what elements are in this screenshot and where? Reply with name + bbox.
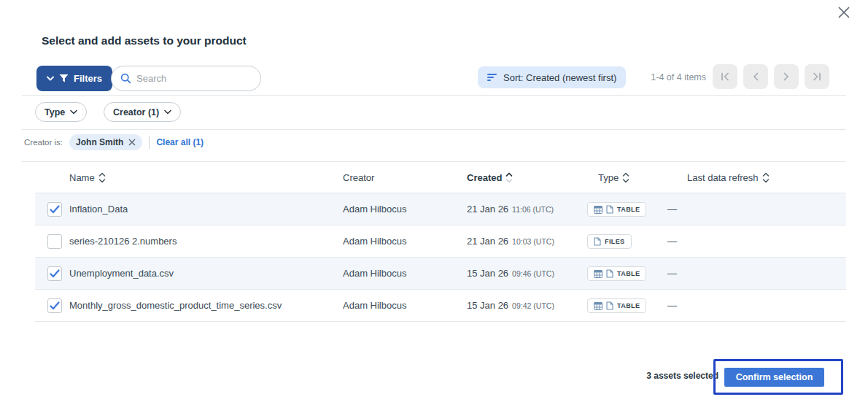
asset-selection-modal: Select and add assets to your product Fi… <box>0 0 868 413</box>
creator-filter-dropdown[interactable]: Creator (1) <box>104 102 181 122</box>
created-time: 09:42 (UTC) <box>512 290 554 322</box>
type-filter-label: Type <box>44 107 65 117</box>
asset-last-refresh: — <box>667 290 677 322</box>
search-input[interactable] <box>136 73 252 84</box>
prev-page-button[interactable] <box>743 64 768 89</box>
column-header-type-label: Type <box>598 172 619 183</box>
applied-filters-separator <box>149 136 150 149</box>
asset-name: Inflation_Data <box>69 193 128 225</box>
asset-type-label: TABLE <box>617 270 640 277</box>
chevron-down-icon <box>47 76 54 81</box>
remove-icon[interactable] <box>128 139 136 146</box>
table-icon <box>594 302 602 310</box>
last-page-icon <box>812 72 822 82</box>
row-checkbox[interactable] <box>47 234 62 249</box>
asset-table: Inflation_Data Adam Hilbocus 21 Jan 26 1… <box>35 193 846 322</box>
asset-last-refresh: — <box>667 225 677 258</box>
asset-creator: Adam Hilbocus <box>343 290 406 322</box>
table-row[interactable]: Inflation_Data Adam Hilbocus 21 Jan 26 1… <box>35 193 846 225</box>
selected-count: 3 assets selected <box>591 371 718 381</box>
close-icon <box>837 5 851 20</box>
filters-button-label: Filters <box>74 73 102 84</box>
sort-arrows-icon <box>622 172 629 183</box>
filters-button[interactable]: Filters <box>36 66 112 91</box>
creator-filter-label: Creator (1) <box>113 107 159 117</box>
column-header-type[interactable]: Type <box>598 162 629 193</box>
files-icon <box>606 269 613 278</box>
confirm-selection-button[interactable]: Confirm selection <box>724 368 824 387</box>
prev-page-icon <box>751 72 761 82</box>
chevron-down-icon <box>70 109 77 115</box>
asset-name: Unemployment_data.csv <box>69 258 174 290</box>
column-header-name-label: Name <box>69 172 95 183</box>
table-header: Name Creator Created Type Last data refr… <box>35 162 846 193</box>
sort-button[interactable]: Sort: Created (newest first) <box>478 66 626 88</box>
asset-type-badge: TABLE <box>587 202 646 217</box>
checkmark-icon <box>50 205 60 214</box>
table-row[interactable]: series-210126 2.numbers Adam Hilbocus 21… <box>35 225 846 258</box>
sort-button-label: Sort: Created (newest first) <box>503 72 616 83</box>
pills-divider <box>22 129 846 130</box>
applied-filters-bar: Creator is: John Smith Clear all (1) <box>24 134 204 151</box>
column-header-name[interactable]: Name <box>69 162 106 193</box>
asset-type-badge: TABLE <box>587 266 646 281</box>
applied-filter-chip[interactable]: John Smith <box>69 134 142 150</box>
table-icon <box>594 270 602 278</box>
row-checkbox[interactable] <box>47 298 62 313</box>
row-checkbox[interactable] <box>47 266 62 281</box>
search-field <box>111 66 261 91</box>
files-icon <box>606 205 613 214</box>
asset-type-label: TABLE <box>617 302 640 309</box>
row-checkbox[interactable] <box>47 202 62 217</box>
table-row[interactable]: Unemployment_data.csv Adam Hilbocus 15 J… <box>35 258 846 290</box>
chevron-down-icon <box>164 109 171 115</box>
clear-all-link[interactable]: Clear all (1) <box>156 137 204 147</box>
table-row[interactable]: Monthly_gross_domestic_product_time_seri… <box>35 290 846 322</box>
column-header-creator-label: Creator <box>343 172 374 183</box>
asset-creator: Adam Hilbocus <box>343 225 406 258</box>
column-header-creator: Creator <box>343 162 374 193</box>
column-header-last-refresh-label: Last data refresh <box>687 172 759 183</box>
created-date: 15 Jan 26 <box>467 258 508 290</box>
created-time: 09:46 (UTC) <box>512 258 554 290</box>
type-filter-dropdown[interactable]: Type <box>35 102 87 122</box>
filter-icon <box>59 74 69 83</box>
pagination-controls <box>713 64 829 89</box>
pagination-range: 1-4 of 4 items <box>624 72 706 82</box>
search-icon <box>120 73 131 84</box>
sort-arrows-icon <box>762 172 770 183</box>
asset-type-label: FILES <box>605 238 625 245</box>
asset-created: 15 Jan 26 09:42 (UTC) <box>467 290 554 322</box>
created-date: 15 Jan 26 <box>467 290 508 322</box>
files-icon <box>606 301 613 310</box>
column-header-last-data-refresh[interactable]: Last data refresh <box>687 162 770 193</box>
first-page-button[interactable] <box>713 64 737 89</box>
applied-filter-value: John Smith <box>76 137 123 147</box>
last-page-button[interactable] <box>805 64 829 89</box>
asset-created: 21 Jan 26 11:06 (UTC) <box>467 193 554 225</box>
created-date: 21 Jan 26 <box>467 225 508 258</box>
created-date: 21 Jan 26 <box>467 193 508 225</box>
asset-type-badge: FILES <box>587 234 632 249</box>
asset-name: series-210126 2.numbers <box>69 225 177 258</box>
checkmark-icon <box>50 269 60 278</box>
close-button[interactable] <box>834 3 853 22</box>
asset-type-label: TABLE <box>617 206 640 213</box>
asset-last-refresh: — <box>667 193 677 225</box>
asset-type-badge: TABLE <box>587 298 646 313</box>
column-header-created-label: Created <box>467 172 502 183</box>
asset-creator: Adam Hilbocus <box>343 193 406 225</box>
asset-created: 21 Jan 26 10:03 (UTC) <box>467 225 554 258</box>
sort-arrows-icon <box>505 172 513 183</box>
created-time: 11:06 (UTC) <box>512 193 554 225</box>
page-title: Select and add assets to your product <box>42 34 247 47</box>
next-page-icon <box>781 72 791 82</box>
asset-created: 15 Jan 26 09:46 (UTC) <box>467 258 554 290</box>
first-page-icon <box>720 72 730 82</box>
asset-creator: Adam Hilbocus <box>343 258 406 290</box>
sort-arrows-icon <box>98 172 106 183</box>
next-page-button[interactable] <box>774 64 799 89</box>
column-header-created[interactable]: Created <box>467 162 513 193</box>
sort-icon <box>487 73 497 82</box>
toolbar-divider <box>22 95 846 96</box>
